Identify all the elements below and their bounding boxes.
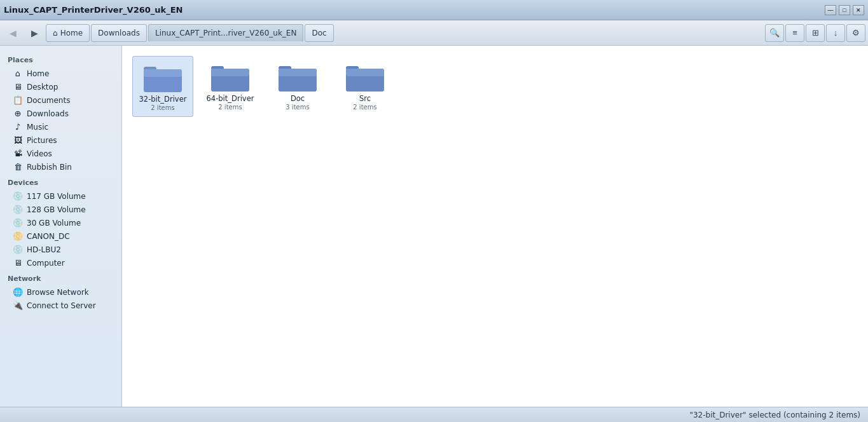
svg-rect-11 — [346, 69, 384, 76]
breadcrumb-doc-label: Doc — [312, 29, 326, 37]
svg-rect-8 — [279, 69, 317, 76]
folder-shape-doc — [277, 61, 318, 94]
folder-label-src: Src — [359, 94, 371, 104]
folder-item-64bit[interactable]: 64-bit_Driver2 items — [200, 56, 261, 117]
downloads-icon: ⊕ — [13, 109, 23, 118]
grid-view-button[interactable]: ⊞ — [806, 24, 825, 42]
sidebar-computer-label: Computer — [27, 259, 65, 268]
sidebar-downloads-label: Downloads — [27, 109, 69, 118]
folder-count-32bit: 2 items — [151, 104, 174, 111]
sidebar-item-computer[interactable]: 🖥 Computer — [0, 256, 121, 269]
folder-count-64bit: 2 items — [218, 104, 242, 111]
folder-count-src: 2 items — [353, 104, 376, 111]
list-view-button[interactable]: ≡ — [785, 24, 804, 42]
sidebar-vol117-label: 117 GB Volume — [27, 192, 86, 201]
toolbar: ◀ ▶ ⌂ Home Downloads Linux_CAPT_Print...… — [0, 20, 868, 46]
sidebar-item-browse-network[interactable]: 🌐 Browse Network — [0, 285, 121, 299]
window-title: Linux_CAPT_PrinterDriver_V260_uk_EN — [4, 5, 183, 15]
forward-button[interactable]: ▶ — [24, 24, 45, 43]
breadcrumb-driver-tab[interactable]: Linux_CAPT_Print...river_V260_uk_EN — [148, 24, 303, 42]
sidebar-hdlbu2-label: HD-LBU2 — [27, 245, 61, 254]
window-controls: — □ ✕ — [825, 5, 864, 15]
breadcrumb-home-tab[interactable]: ⌂ Home — [46, 24, 90, 42]
toolbar-right: 🔍 ≡ ⊞ ↓ ⚙ — [765, 24, 865, 42]
breadcrumb-downloads-tab[interactable]: Downloads — [91, 24, 147, 42]
maximize-button[interactable]: □ — [839, 5, 850, 15]
folder-item-doc[interactable]: Doc3 items — [267, 56, 328, 117]
content-area[interactable]: 32-bit_Driver2 items64-bit_Driver2 items… — [122, 46, 868, 407]
connect-server-icon: 🔌 — [13, 301, 23, 310]
folder-shape-32bit — [142, 62, 183, 95]
folder-label-doc: Doc — [291, 94, 305, 104]
desktop-icon: 🖥 — [13, 82, 23, 92]
folder-item-src[interactable]: Src2 items — [334, 56, 396, 117]
sidebar-item-vol128[interactable]: 💿 128 GB Volume — [0, 203, 121, 216]
sidebar-pictures-label: Pictures — [27, 136, 57, 145]
sidebar-item-hdlbu2[interactable]: 💿 HD-LBU2 — [0, 243, 121, 256]
sidebar-item-vol30[interactable]: 💿 30 GB Volume — [0, 216, 121, 229]
vol128-icon: 💿 — [13, 205, 23, 214]
sidebar-item-vol117[interactable]: 💿 117 GB Volume — [0, 189, 121, 203]
documents-icon: 📋 — [13, 95, 23, 105]
sidebar-item-home[interactable]: ⌂ Home — [0, 67, 121, 80]
music-icon: ♪ — [13, 122, 23, 132]
videos-icon: 📽 — [13, 149, 23, 158]
sidebar-item-rubbish[interactable]: 🗑 Rubbish Bin — [0, 160, 121, 174]
status-text: "32-bit_Driver" selected (containing 2 i… — [689, 411, 860, 419]
sidebar-desktop-label: Desktop — [27, 83, 59, 92]
sidebar-music-label: Music — [27, 123, 48, 132]
status-bar: "32-bit_Driver" selected (containing 2 i… — [0, 407, 868, 422]
sidebar-item-desktop[interactable]: 🖥 Desktop — [0, 80, 121, 93]
breadcrumb-driver-label: Linux_CAPT_Print...river_V260_uk_EN — [155, 29, 296, 37]
sidebar-canon-label: CANON_DC — [27, 232, 70, 241]
sidebar-item-documents[interactable]: 📋 Documents — [0, 93, 121, 107]
computer-icon: 🖥 — [13, 258, 23, 268]
title-bar: Linux_CAPT_PrinterDriver_V260_uk_EN — □ … — [0, 0, 868, 20]
folder-label-64bit: 64-bit_Driver — [207, 94, 254, 104]
sidebar: Places ⌂ Home 🖥 Desktop 📋 Documents ⊕ Do… — [0, 46, 122, 407]
folder-label-32bit: 32-bit_Driver — [139, 95, 187, 104]
breadcrumb-doc-tab[interactable]: Doc — [305, 24, 333, 42]
vol117-icon: 💿 — [13, 191, 23, 201]
home-sidebar-icon: ⌂ — [13, 69, 23, 78]
sidebar-connect-label: Connect to Server — [27, 301, 96, 310]
sidebar-item-pictures[interactable]: 🖼 Pictures — [0, 133, 121, 147]
sidebar-item-canon[interactable]: 📀 CANON_DC — [0, 229, 121, 243]
folder-count-doc: 3 items — [286, 104, 309, 111]
devices-section-label: Devices — [0, 174, 121, 189]
sidebar-rubbish-label: Rubbish Bin — [27, 163, 72, 172]
close-button[interactable]: ✕ — [853, 5, 864, 15]
places-section-label: Places — [0, 51, 121, 67]
browse-network-icon: 🌐 — [13, 287, 23, 297]
folder-item-32bit[interactable]: 32-bit_Driver2 items — [132, 56, 193, 117]
breadcrumb-area: ⌂ Home Downloads Linux_CAPT_Print...rive… — [46, 24, 764, 43]
pictures-icon: 🖼 — [13, 135, 23, 145]
search-button[interactable]: 🔍 — [765, 24, 784, 42]
back-button[interactable]: ◀ — [3, 24, 23, 43]
download-button[interactable]: ↓ — [826, 24, 845, 42]
vol30-icon: 💿 — [13, 218, 23, 228]
sidebar-item-music[interactable]: ♪ Music — [0, 120, 121, 133]
sidebar-documents-label: Documents — [27, 96, 70, 105]
sidebar-browse-label: Browse Network — [27, 288, 89, 297]
hdlbu2-icon: 💿 — [13, 245, 23, 254]
home-icon: ⌂ — [53, 29, 58, 37]
settings-button[interactable]: ⚙ — [846, 24, 865, 42]
sidebar-videos-label: Videos — [27, 149, 52, 158]
folder-shape-64bit — [210, 61, 251, 94]
main-layout: Places ⌂ Home 🖥 Desktop 📋 Documents ⊕ Do… — [0, 46, 868, 407]
sidebar-item-videos[interactable]: 📽 Videos — [0, 147, 121, 160]
sidebar-home-label: Home — [27, 69, 49, 78]
network-section-label: Network — [0, 269, 121, 285]
sidebar-item-connect-server[interactable]: 🔌 Connect to Server — [0, 299, 121, 312]
sidebar-vol128-label: 128 GB Volume — [27, 205, 86, 214]
minimize-button[interactable]: — — [825, 5, 836, 15]
svg-rect-2 — [144, 69, 182, 77]
sidebar-vol30-label: 30 GB Volume — [27, 219, 81, 228]
svg-rect-5 — [211, 69, 249, 76]
home-tab-label: Home — [60, 29, 83, 37]
breadcrumb-downloads-label: Downloads — [98, 29, 140, 37]
sidebar-item-downloads[interactable]: ⊕ Downloads — [0, 107, 121, 120]
folder-shape-src — [345, 61, 385, 94]
rubbish-icon: 🗑 — [13, 162, 23, 172]
